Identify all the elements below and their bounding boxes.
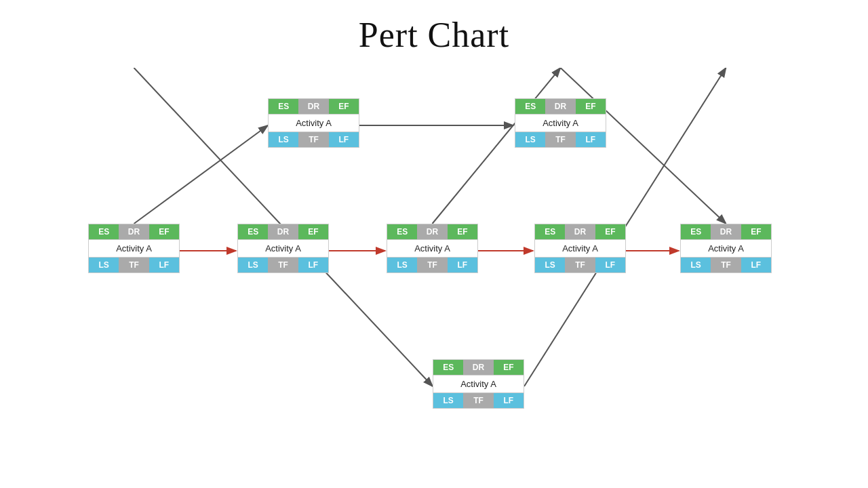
cell-tf: TF [119, 258, 149, 272]
activity-node-6: ESDREFActivity ALSTFLF [268, 98, 359, 148]
cell-ef: EF [576, 99, 606, 114]
cell-dr: DR [298, 99, 328, 114]
activity-label: Activity A [89, 239, 179, 258]
cell-ls: LS [515, 132, 545, 147]
cell-ef: EF [595, 224, 625, 239]
cell-ef: EF [329, 99, 359, 114]
cell-lf: LF [448, 258, 477, 272]
activity-node-4: ESDREFActivity ALSTFLF [534, 224, 626, 273]
activity-node-1: ESDREFActivity ALSTFLF [88, 224, 180, 273]
cell-es: ES [387, 224, 417, 239]
cell-tf: TF [463, 393, 493, 408]
cell-ls: LS [433, 393, 463, 408]
cell-ls: LS [89, 258, 119, 272]
cell-tf: TF [417, 258, 447, 272]
cell-tf: TF [268, 258, 298, 272]
activity-node-8: ESDREFActivity ALSTFLF [433, 359, 524, 409]
chart-area: ESDREFActivity ALSTFLFESDREFActivity ALS… [0, 68, 868, 488]
cell-es: ES [681, 224, 711, 239]
activity-label: Activity A [681, 239, 771, 258]
cell-ls: LS [387, 258, 417, 272]
activity-label: Activity A [535, 239, 625, 258]
cell-dr: DR [119, 224, 149, 239]
cell-dr: DR [463, 360, 493, 375]
cell-lf: LF [595, 258, 625, 272]
cell-es: ES [433, 360, 463, 375]
activity-label: Activity A [433, 375, 524, 393]
cell-dr: DR [565, 224, 595, 239]
cell-tf: TF [565, 258, 595, 272]
cell-dr: DR [711, 224, 741, 239]
cell-lf: LF [576, 132, 606, 147]
cell-lf: LF [494, 393, 524, 408]
cell-ls: LS [269, 132, 298, 147]
cell-ls: LS [535, 258, 565, 272]
activity-node-7: ESDREFActivity ALSTFLF [515, 98, 606, 148]
cell-es: ES [89, 224, 119, 239]
cell-ef: EF [494, 360, 524, 375]
cell-es: ES [535, 224, 565, 239]
activity-label: Activity A [387, 239, 477, 258]
activity-label: Activity A [238, 239, 328, 258]
cell-ef: EF [298, 224, 328, 239]
cell-lf: LF [329, 132, 359, 147]
cell-tf: TF [545, 132, 575, 147]
activity-node-2: ESDREFActivity ALSTFLF [237, 224, 329, 273]
cell-es: ES [269, 99, 298, 114]
cell-dr: DR [268, 224, 298, 239]
cell-dr: DR [417, 224, 447, 239]
page-title: Pert Chart [0, 0, 868, 55]
cell-es: ES [515, 99, 545, 114]
cell-es: ES [238, 224, 268, 239]
cell-dr: DR [545, 99, 575, 114]
arrows-svg [0, 68, 868, 488]
cell-ef: EF [448, 224, 477, 239]
cell-tf: TF [298, 132, 328, 147]
cell-lf: LF [149, 258, 179, 272]
cell-lf: LF [298, 258, 328, 272]
activity-node-5: ESDREFActivity ALSTFLF [680, 224, 772, 273]
cell-tf: TF [711, 258, 741, 272]
cell-lf: LF [741, 258, 771, 272]
cell-ls: LS [681, 258, 711, 272]
svg-line-4 [134, 125, 269, 224]
cell-ls: LS [238, 258, 268, 272]
activity-label: Activity A [515, 114, 606, 132]
cell-ef: EF [741, 224, 771, 239]
activity-label: Activity A [269, 114, 359, 132]
activity-node-3: ESDREFActivity ALSTFLF [387, 224, 478, 273]
cell-ef: EF [149, 224, 179, 239]
